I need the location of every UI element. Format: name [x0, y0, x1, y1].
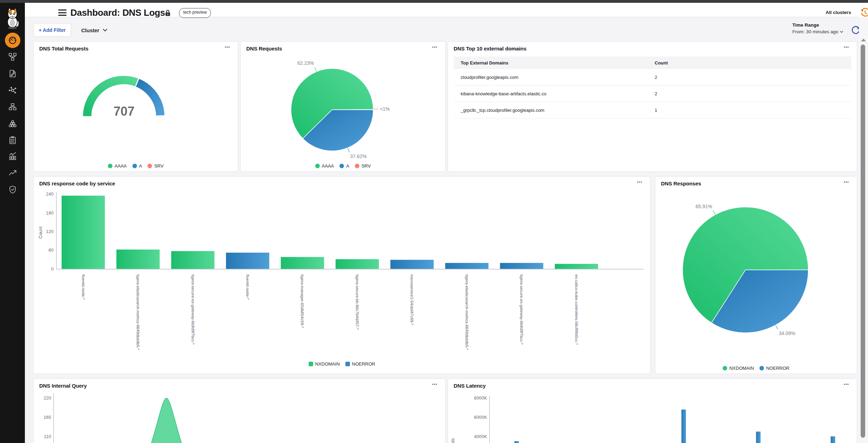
- cluster-circles-icon: [8, 119, 17, 128]
- topology-icon: [8, 102, 17, 111]
- column-header: Count: [655, 60, 725, 66]
- legend-item[interactable]: A: [132, 163, 142, 169]
- svg-text:0: 0: [51, 266, 54, 272]
- time-range-label: Time Range: [792, 22, 845, 28]
- svg-text:tigera-elasticsearch-metrics-6: tigera-elasticsearch-metrics-6649dbddb5-…: [465, 274, 469, 350]
- lock-icon: [165, 9, 171, 16]
- svg-text:120: 120: [46, 229, 54, 234]
- policy-edit-icon: [8, 69, 17, 78]
- clipboard-icon: [8, 136, 17, 145]
- domain-cell: _grpclb._tcp.cloudprofiler.googleapis.co…: [454, 108, 655, 113]
- svg-text:180: 180: [46, 210, 54, 216]
- bar-chart[interactable]: 8000K6000K4000KNanoseconds: [448, 379, 857, 443]
- count-cell: 2: [655, 75, 725, 80]
- cluster-filter-dropdown[interactable]: Cluster: [81, 26, 107, 34]
- legend-item[interactable]: NXDOMAIN: [309, 361, 340, 367]
- svg-text:6000K: 6000K: [474, 415, 487, 420]
- svg-text:60: 60: [49, 247, 54, 253]
- svg-text:fluentd-node-*: fluentd-node-*: [81, 274, 85, 300]
- table-row: _grpclb._tcp.cloudprofiler.googleapis.co…: [454, 102, 851, 118]
- svg-text:es-calico-kube-controllers-56c: es-calico-kube-controllers-56cf99d5cc-*: [574, 274, 579, 345]
- legend-item[interactable]: SRV: [147, 163, 164, 169]
- legend-item[interactable]: A: [339, 163, 349, 169]
- chart-legend: AAAA A SRV: [34, 163, 238, 169]
- shield-check-icon: [8, 185, 17, 194]
- pie-chart[interactable]: 34.09%65.91%: [655, 177, 857, 374]
- legend-swatch: [315, 164, 320, 168]
- time-range-control: Time Range From: 30 minutes ago: [792, 22, 845, 34]
- sidebar-item-dashboard[interactable]: [5, 33, 20, 48]
- count-cell: 2: [655, 91, 725, 96]
- svg-text:34.09%: 34.09%: [779, 330, 795, 336]
- legend-swatch: [345, 362, 350, 366]
- chart-legend: NXDOMAIN NOERROR: [34, 361, 650, 367]
- panel-dns-requests: DNS Requests ••• <1%37.62%62.23% AAAA A …: [240, 41, 446, 172]
- legend-item[interactable]: NOERROR: [759, 366, 789, 371]
- calico-cat-logo: [2, 6, 23, 29]
- legend-item[interactable]: AAAA: [315, 163, 334, 169]
- page-scrollbar-thumb[interactable]: [861, 45, 865, 438]
- panel-dns-total-requests: DNS Total Requests ••• 707 AAAA A SRV: [33, 41, 238, 172]
- gauge-total-value: 707: [96, 104, 152, 119]
- sidebar-item-trends[interactable]: [5, 165, 20, 180]
- svg-text:4000K: 4000K: [474, 434, 487, 439]
- sidebar-item-nodes[interactable]: [5, 99, 20, 115]
- svg-text:tigera-secure-es-gateway-6b9d9: tigera-secure-es-gateway-6b9d9f7bcc-*: [519, 274, 524, 345]
- legend-item[interactable]: NXDOMAIN: [723, 366, 754, 371]
- table-row: cloudprofiler.googleapis.com 2: [454, 69, 851, 86]
- gauge-icon: [8, 36, 17, 45]
- svg-text:Nanoseconds: Nanoseconds: [450, 438, 455, 443]
- svg-text:microservice1-54cbd47c69-*: microservice1-54cbd47c69-*: [410, 274, 414, 325]
- bar-chart[interactable]: 060120180240fluentd-node-*tigera-elastic…: [34, 177, 650, 374]
- svg-text:37.62%: 37.62%: [350, 154, 366, 159]
- svg-text:65.91%: 65.91%: [696, 204, 712, 209]
- panel-dns-top-domains: DNS Top 10 external domains ••• Top Exte…: [448, 41, 857, 172]
- svg-text:Count: Count: [38, 226, 43, 239]
- panel-dns-response-code: DNS response code by service ••• 0601201…: [33, 176, 650, 374]
- area-chart[interactable]: 220165110: [34, 379, 445, 443]
- pie-chart[interactable]: <1%37.62%62.23%: [241, 42, 445, 171]
- sidebar-item-clusters[interactable]: [5, 116, 20, 131]
- svg-text:165: 165: [43, 415, 51, 420]
- sidebar-item-statistics[interactable]: [5, 149, 20, 164]
- panel-dns-internal-query: DNS Internal Query ••• 220165110: [33, 379, 446, 443]
- sidebar-item-policies[interactable]: [5, 66, 20, 81]
- legend-item[interactable]: SRV: [355, 163, 371, 169]
- page-title: Dashboard: DNS Logs: [70, 6, 165, 20]
- legend-swatch: [309, 362, 313, 366]
- svg-text:220: 220: [43, 395, 51, 401]
- column-header: Top External Domains: [454, 60, 655, 66]
- sidebar-item-threat-defense[interactable]: [5, 182, 20, 197]
- bar-stats-icon: [8, 152, 17, 161]
- legend-swatch: [132, 164, 137, 168]
- time-range-value[interactable]: From: 30 minutes ago: [792, 29, 845, 34]
- panel-title: DNS Top 10 external domains: [454, 46, 526, 52]
- sidebar-item-compliance[interactable]: [5, 132, 20, 148]
- legend-swatch: [108, 164, 112, 168]
- scrollbar-up-arrow[interactable]: [861, 39, 866, 41]
- domain-cell: kibana-knowledge-base-artifacts.elastic.…: [454, 91, 655, 96]
- legend-swatch: [759, 366, 764, 370]
- history-icon[interactable]: [860, 8, 868, 18]
- legend-item[interactable]: AAAA: [108, 163, 127, 169]
- svg-text:tigera-manager-65db854c59-*: tigera-manager-65db854c59-*: [300, 274, 304, 328]
- table-row: kibana-knowledge-base-artifacts.elastic.…: [454, 86, 851, 102]
- chart-legend: AAAA A SRV: [241, 163, 445, 169]
- add-filter-button[interactable]: + Add Filter: [33, 23, 71, 37]
- sidebar-item-network[interactable]: [5, 83, 20, 98]
- count-cell: 1: [655, 108, 725, 113]
- legend-item[interactable]: NOERROR: [345, 361, 375, 367]
- panel-menu-button[interactable]: •••: [842, 44, 850, 50]
- flow-graph-icon: [8, 52, 17, 61]
- svg-text:240: 240: [46, 191, 54, 197]
- cluster-selector[interactable]: All clusters: [826, 6, 851, 20]
- svg-text:8000K: 8000K: [474, 395, 487, 401]
- table-header-row: Top External Domains Count: [454, 56, 851, 69]
- window-top-strip: [0, 0, 868, 3]
- panel-dns-responses: DNS Responses ••• 34.09%65.91% NXDOMAIN …: [655, 176, 857, 374]
- menu-toggle-button[interactable]: [58, 9, 67, 16]
- legend-swatch: [147, 164, 152, 168]
- legend-swatch: [339, 164, 344, 168]
- sidebar-item-service-graph[interactable]: [5, 49, 20, 64]
- legend-swatch: [723, 366, 727, 370]
